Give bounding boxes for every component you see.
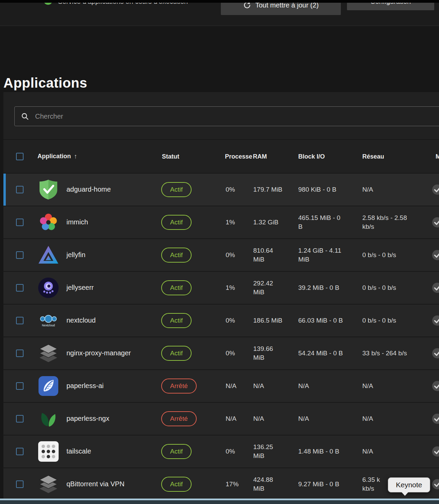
blockio-value: 66.03 MiB - 0 B <box>298 316 353 325</box>
table-row[interactable]: adguard-home Actif 0% 179.7 MiB 980 KiB … <box>3 173 439 206</box>
network-value: N/A <box>362 185 419 194</box>
jellyseerr-icon <box>37 277 59 299</box>
table-row[interactable]: paperless-ai Arrêté N/A N/A N/A N/A <box>3 369 439 402</box>
network-value: N/A <box>362 414 419 423</box>
adguard-shield-icon <box>37 179 59 201</box>
app-name: paperless-ai <box>66 381 104 391</box>
row-checkbox[interactable] <box>16 448 24 455</box>
ram-value: 1.32 GiB <box>253 218 288 227</box>
table-row[interactable]: immich Actif 1% 1.32 GiB 465.15 MiB - 0 … <box>3 206 439 238</box>
row-checkbox[interactable] <box>16 317 24 324</box>
select-all-checkbox[interactable] <box>16 153 24 160</box>
row-checkbox[interactable] <box>16 350 24 357</box>
app-name: adguard-home <box>66 185 111 194</box>
network-value: 2.58 kb/s - 2.58 kb/s <box>362 213 419 231</box>
table-row[interactable]: jellyfin Actif 0% 810.64 MiB 1.24 GiB - … <box>3 238 439 271</box>
search-zone <box>3 92 439 140</box>
ram-value: 139.66 MiB <box>253 344 288 362</box>
status-badge: Actif <box>161 313 192 328</box>
top-toolbar: ✓ Service d'applications en cours d'exéc… <box>0 0 439 26</box>
blockio-value: 980 KiB - 0 B <box>298 185 353 194</box>
blockio-value: 9.27 MiB - 0 B <box>298 480 353 489</box>
cpu-value: 0% <box>226 349 235 358</box>
blockio-value: N/A <box>298 382 353 390</box>
table-row[interactable]: qBittorrent via VPN Actif 17% 424.88 MiB… <box>3 468 439 500</box>
ram-value: 292.42 MiB <box>253 279 288 297</box>
svg-text:Nextcloud: Nextcloud <box>42 324 55 327</box>
ram-value: 424.88 MiB <box>253 475 288 493</box>
table-body: adguard-home Actif 0% 179.7 MiB 980 KiB … <box>3 173 439 500</box>
uptodate-check-icon <box>431 249 439 261</box>
app-name: immich <box>66 218 88 227</box>
row-checkbox[interactable] <box>16 382 24 390</box>
ram-value: 136.25 MiB <box>253 443 288 460</box>
network-value: 33 b/s - 264 b/s <box>362 349 419 358</box>
status-badge: Arrêté <box>161 379 197 394</box>
table-row[interactable]: jellyseerr Actif 1% 292.42 MiB 39.2 MiB … <box>3 271 439 304</box>
row-selected-indicator <box>3 174 6 206</box>
column-header-processeur[interactable]: Processeur <box>225 153 252 160</box>
cpu-value: 0% <box>226 251 235 260</box>
dock-tooltip-label: Keynote <box>396 481 422 489</box>
app-name: jellyfin <box>66 250 86 260</box>
cpu-value: 0% <box>226 316 235 325</box>
table-row[interactable]: paperless-ngx Arrêté N/A N/A N/A N/A <box>3 402 439 435</box>
network-value: N/A <box>362 447 419 456</box>
row-checkbox[interactable] <box>16 186 24 193</box>
row-checkbox[interactable] <box>16 219 24 226</box>
status-badge: Actif <box>161 477 192 492</box>
nextcloud-icon: Nextcloud <box>37 310 59 331</box>
status-badge: Actif <box>161 248 192 263</box>
column-header-block-io[interactable]: Block I/O <box>298 153 325 160</box>
status-badge: Actif <box>161 215 192 230</box>
table-row[interactable]: nginx-proxy-manager Actif 0% 139.66 MiB … <box>3 337 439 369</box>
cpu-value: N/A <box>226 382 237 390</box>
table-row[interactable]: Nextcloud nextcloud Actif 0% 186.5 MiB 6… <box>3 304 439 337</box>
ram-value: 186.5 MiB <box>253 316 288 325</box>
status-badge: Actif <box>161 444 192 459</box>
applications-card: Application ↑ Statut Processeur RAM Bloc… <box>3 92 439 504</box>
uptodate-check-icon <box>431 282 439 294</box>
sort-ascending-icon: ↑ <box>74 153 77 160</box>
row-checkbox[interactable] <box>16 415 24 423</box>
row-checkbox[interactable] <box>16 480 24 488</box>
ram-value: 810.64 MiB <box>253 246 288 264</box>
status-badge: Actif <box>161 346 192 361</box>
app-name: nextcloud <box>66 316 96 325</box>
window-edge-shadow <box>0 500 439 504</box>
uptodate-check-icon <box>431 314 439 327</box>
uptodate-check-icon <box>431 445 439 458</box>
column-header-ram[interactable]: RAM <box>253 153 267 160</box>
status-badge: Actif <box>161 280 192 295</box>
column-header-statut[interactable]: Statut <box>162 153 179 160</box>
ram-value: N/A <box>253 414 288 423</box>
cpu-value: 0% <box>226 185 235 194</box>
tailscale-icon <box>37 441 59 462</box>
app-name: nginx-proxy-manager <box>66 349 131 358</box>
network-value: N/A <box>362 382 419 390</box>
row-checkbox[interactable] <box>16 251 24 259</box>
app-default-icon <box>37 342 59 364</box>
cpu-value: 1% <box>226 218 235 227</box>
network-value: 0 b/s - 0 b/s <box>362 283 419 292</box>
window-top-strip <box>0 0 439 3</box>
network-value: 0 b/s - 0 b/s <box>362 316 419 325</box>
column-header-application[interactable]: Application ↑ <box>37 153 77 160</box>
column-header-updates-clipped[interactable]: Mises à jour <box>436 153 439 160</box>
blockio-value: 1.24 GiB - 4.11 MiB <box>298 246 353 264</box>
jellyfin-icon <box>37 244 59 266</box>
app-name: jellyseerr <box>66 283 94 293</box>
search-box[interactable] <box>14 106 439 126</box>
blockio-value: N/A <box>298 414 353 423</box>
paperless-ai-icon <box>37 375 59 397</box>
blockio-value: 39.2 MiB - 0 B <box>298 283 353 292</box>
ram-value: 179.7 MiB <box>253 185 288 194</box>
search-input[interactable] <box>34 112 438 121</box>
column-header-reseau[interactable]: Réseau <box>362 153 384 160</box>
row-checkbox[interactable] <box>16 284 24 292</box>
app-default-icon <box>37 473 59 495</box>
app-name: tailscale <box>66 447 91 456</box>
table-row[interactable]: tailscale Actif 0% 136.25 MiB 1.48 MiB -… <box>3 435 439 468</box>
paperless-ngx-icon <box>37 408 59 430</box>
uptodate-check-icon <box>431 478 439 490</box>
